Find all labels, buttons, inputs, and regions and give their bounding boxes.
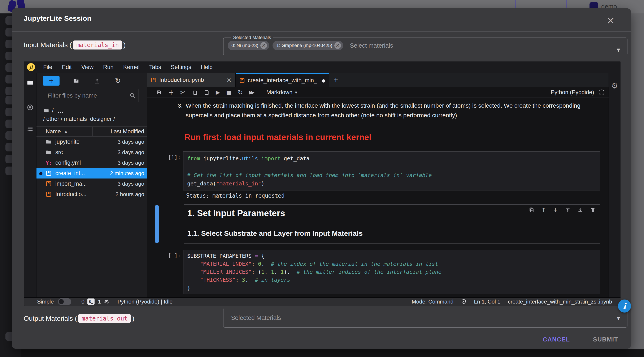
list-text: When the strain matching is finished, th… [186,101,582,120]
select-materials-placeholder: Select materials [350,42,393,49]
file-modified: 2 hours ago [116,191,144,198]
cut-cells-icon[interactable]: ✂ [180,89,186,96]
input-materials-prefix: Input Materials ( [24,41,72,49]
jupyterlab-body: + ↻ [24,73,620,297]
code-editor[interactable]: from jupyterlite.utils import get_data #… [183,151,600,190]
jupyterlab-frame: jl FileEditViewRunKernelTabsSettingsHelp [24,62,620,306]
file-row-create-int-[interactable]: ●create_int...2 minutes ago [36,168,147,179]
menu-view[interactable]: View [76,64,98,71]
paste-cells-icon[interactable] [204,90,210,95]
duplicate-cell-icon[interactable] [529,207,534,213]
home-folder-icon[interactable] [43,108,49,114]
sort-ascending-icon[interactable]: ▲ [64,129,67,134]
file-modified: 3 days ago [118,149,144,156]
file-modified: 3 days ago [118,160,144,166]
cell-collapser-bar[interactable] [155,205,159,243]
file-list: jupyterlite3 days agosrc3 days agoY:conf… [36,137,147,297]
menu-tabs[interactable]: Tabs [144,64,166,71]
new-folder-icon[interactable] [73,78,79,84]
table-of-contents-tab-icon[interactable] [27,125,34,132]
material-chip: 0: Ni (mp-23)× [228,41,269,50]
remove-chip-icon[interactable]: × [260,42,267,49]
markdown-cell[interactable]: 1. Set Input Parameters 1.1. Select Subs… [184,204,600,244]
cell-output: Status: materials_in requested [186,193,285,199]
output-dropdown-label: Selected Materials [231,314,281,321]
breadcrumb-ellipsis[interactable]: … [58,107,64,114]
chevron-down-icon[interactable]: ▾ [617,46,620,54]
menu-run[interactable]: Run [98,64,118,71]
filter-files-input[interactable] [43,89,138,102]
restart-kernel-icon[interactable]: ↻ [238,89,243,96]
cursor-position[interactable]: Ln 1, Col 1 [474,298,500,305]
menu-settings[interactable]: Settings [166,64,196,71]
kernel-status-text[interactable]: Python (Pyodide) | Idle [118,298,172,305]
breadcrumb-path[interactable]: / other / materials_designer / [43,116,144,122]
code-cell-2[interactable]: [ ]: SUBSTRATE_PARAMETERS = { "MATERIAL_… [147,250,600,294]
insert-cell-icon[interactable]: + [168,88,174,96]
gear-icon[interactable]: ⚙ [611,81,618,297]
code-editor[interactable]: SUBSTRATE_PARAMETERS = { "MATERIAL_INDEX… [183,250,600,294]
file-row-src[interactable]: src3 days ago [36,147,147,158]
menu-file[interactable]: File [38,64,57,71]
new-tab-button[interactable]: + [329,73,342,87]
unsaved-dot-icon: ● [322,78,325,83]
tab-label: create_interface_with_min_ [248,77,319,84]
cancel-button[interactable]: CANCEL [541,334,572,345]
close-icon[interactable]: × [604,14,617,27]
file-modified: 3 days ago [118,139,144,145]
cell-type-value: Markdown [266,89,293,96]
cell-toolbar: ↑ ↓ [529,207,596,213]
run-cell-icon[interactable]: ▶ [216,89,220,95]
refresh-icon[interactable]: ↻ [115,77,121,85]
tab-create-interface[interactable]: create_interface_with_min_ ● [236,73,329,87]
file-row-import-ma-[interactable]: import_ma...3 days ago [36,179,147,189]
info-button[interactable]: i [618,299,631,312]
breadcrumb-root[interactable]: / [52,107,54,114]
file-name: src [55,149,118,156]
column-last-modified[interactable]: Last Modified [110,128,144,135]
terminals-count[interactable]: 0 [81,298,84,305]
close-tab-icon[interactable]: × [226,76,232,84]
output-materials-dropdown[interactable]: Selected Materials ▾ [223,308,628,328]
move-cell-down-icon[interactable]: ↓ [553,207,558,213]
running-sessions-tab-icon[interactable] [27,104,34,111]
delete-cell-icon[interactable] [590,207,596,213]
file-row-introductio-[interactable]: Introductio...2 hours ago [36,189,147,199]
file-row-jupyterlite[interactable]: jupyterlite3 days ago [36,137,147,147]
kernels-count[interactable]: 1 [98,298,101,305]
simple-mode-toggle[interactable] [58,298,71,305]
tab-introduction-ipynb[interactable]: Introduction.ipynb × [147,73,236,87]
menu-kernel[interactable]: Kernel [118,64,144,71]
file-browser-panel: + ↻ [36,73,147,297]
notebook-icon [46,191,53,197]
code-cell-1[interactable]: [1]: from jupyterlite.utils import get_d… [147,151,600,190]
materials-out-code-chip: materials_out [78,314,131,323]
execution-prompt: [1]: [147,151,183,190]
insert-cell-below-icon[interactable] [578,207,583,213]
mode-indicator[interactable]: Mode: Command [412,298,454,305]
move-cell-up-icon[interactable]: ↑ [541,207,546,213]
stop-kernel-icon[interactable]: ■ [226,89,232,95]
copy-cells-icon[interactable] [192,90,198,95]
left-activity-bar [24,73,36,297]
file-name: Introductio... [55,191,116,198]
menu-edit[interactable]: Edit [57,64,77,71]
submit-button[interactable]: SUBMIT [591,334,620,345]
run-all-icon[interactable]: ▶▶ [249,90,255,95]
column-name[interactable]: Name [46,128,61,135]
file-browser-tab-icon[interactable] [27,79,34,86]
file-modified: 2 minutes ago [110,170,144,177]
insert-cell-above-icon[interactable] [565,207,570,213]
file-list-header: Name ▲ Last Modified [36,127,147,137]
kernel-name[interactable]: Python (Pyodide) [551,89,594,96]
cell-type-dropdown[interactable]: Markdown ▾ [266,89,298,96]
remove-chip-icon[interactable]: × [334,42,341,49]
new-launcher-button[interactable]: + [43,76,60,86]
upload-icon[interactable] [94,78,100,84]
markdown-list-item: 3. When the strain matching is finished,… [178,101,582,120]
file-name: create_int... [55,170,110,177]
save-icon[interactable] [156,90,162,95]
selected-materials-field[interactable]: Selected Materials 0: Ni (mp-23)×1: Grap… [223,35,628,55]
file-row-config-yml[interactable]: Y:config.yml3 days ago [36,158,147,168]
menu-help[interactable]: Help [196,64,218,71]
